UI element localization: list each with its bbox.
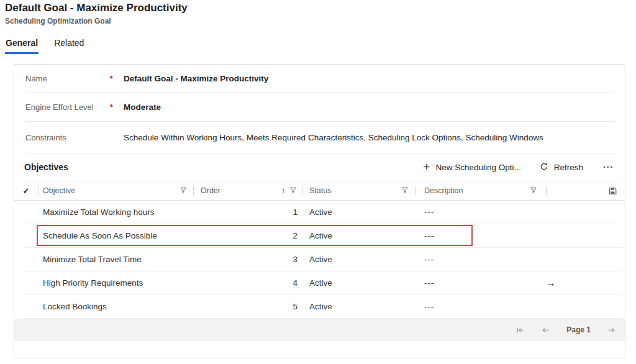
- order-cell: 1: [193, 201, 302, 224]
- column-header-description[interactable]: Description: [416, 181, 546, 200]
- page-title: Default Goal - Maximize Productivity: [5, 2, 188, 14]
- refresh-icon: [540, 162, 548, 173]
- open-record-arrow-icon[interactable]: →: [546, 278, 556, 289]
- sort-ascending-icon: ↑: [281, 186, 285, 195]
- column-divider: [38, 186, 39, 196]
- row-select-cell[interactable]: [14, 201, 38, 224]
- objectives-section-title: Objectives: [24, 162, 68, 172]
- column-header-objective[interactable]: Objective: [38, 181, 193, 200]
- objective-cell: Minimize Total Travel Time: [38, 248, 193, 271]
- row-actions-cell: [546, 224, 557, 247]
- objective-cell: Maximize Total Working hours: [38, 201, 193, 224]
- page-number-label: Page 1: [566, 325, 591, 334]
- name-label: Name: [25, 74, 110, 83]
- column-label: Description: [424, 186, 463, 195]
- field-row-name: Name * Default Goal - Maximize Productiv…: [14, 65, 625, 93]
- checkmark-icon: ✓: [23, 186, 30, 196]
- row-select-cell[interactable]: [14, 224, 38, 247]
- objective-cell: Locked Bookings: [38, 295, 193, 318]
- row-actions-cell: [546, 201, 557, 224]
- table-row[interactable]: Maximize Total Working hours 1 Active --…: [14, 201, 625, 224]
- objectives-section-header: Objectives + New Scheduling Opti... Refr…: [14, 153, 625, 181]
- next-page-button[interactable]: [607, 325, 616, 335]
- add-icon: +: [423, 163, 430, 171]
- new-button-label: New Scheduling Opti...: [435, 163, 520, 172]
- engine-effort-label: Engine Effort Level: [25, 102, 110, 112]
- more-commands-button[interactable]: ···: [602, 162, 615, 172]
- table-row[interactable]: High Priority Requirements 4 Active --- …: [14, 271, 625, 294]
- description-cell: ---: [416, 248, 546, 271]
- objective-cell: Schedule As Soon As Possible: [38, 224, 193, 247]
- table-row[interactable]: Locked Bookings 5 Active ---: [14, 295, 625, 318]
- select-all-column[interactable]: ✓: [14, 181, 38, 200]
- order-cell: 2: [193, 224, 302, 247]
- description-cell: ---: [416, 201, 546, 224]
- refresh-button[interactable]: Refresh: [540, 162, 583, 173]
- row-select-cell[interactable]: [14, 248, 38, 271]
- grid-footer: Page 1: [14, 319, 625, 341]
- column-label: Objective: [43, 186, 75, 195]
- tab-related[interactable]: Related: [53, 38, 84, 54]
- order-cell: 3: [193, 248, 302, 271]
- new-scheduling-objective-button[interactable]: + New Scheduling Opti...: [423, 163, 520, 172]
- column-header-status[interactable]: Status: [302, 181, 416, 200]
- refresh-button-label: Refresh: [554, 163, 583, 172]
- constraints-label: Constraints: [25, 133, 110, 142]
- order-cell: 4: [193, 271, 302, 294]
- filter-icon[interactable]: [179, 186, 187, 196]
- engine-effort-value[interactable]: Moderate: [124, 102, 161, 112]
- row-select-cell[interactable]: [14, 295, 38, 318]
- description-cell: ---: [416, 295, 546, 318]
- row-actions-cell: [546, 248, 557, 271]
- objectives-toolbar: + New Scheduling Opti... Refresh ···: [423, 162, 615, 173]
- filter-icon[interactable]: [289, 186, 297, 196]
- column-divider: [302, 186, 302, 196]
- column-header-actions: [546, 181, 625, 200]
- column-divider: [416, 186, 416, 196]
- name-value[interactable]: Default Goal - Maximize Productivity: [124, 74, 268, 83]
- field-row-constraints: Constraints Schedule Within Working Hour…: [14, 122, 625, 153]
- row-actions-cell: [546, 295, 557, 318]
- column-label: Status: [309, 186, 331, 195]
- required-asterisk: *: [110, 75, 124, 83]
- column-divider: [193, 186, 194, 196]
- column-header-order[interactable]: Order ↑: [193, 181, 302, 200]
- previous-page-button[interactable]: [541, 325, 550, 335]
- description-cell: ---: [416, 224, 546, 247]
- first-page-button[interactable]: [516, 325, 525, 335]
- status-cell: Active: [302, 201, 416, 224]
- order-cell: 5: [193, 295, 302, 318]
- row-actions-cell: →: [546, 271, 567, 294]
- filter-icon[interactable]: [530, 186, 537, 196]
- status-cell: Active: [302, 295, 416, 318]
- objectives-grid-header: ✓ Objective Order ↑: [14, 181, 625, 201]
- scheduling-goal-page: Default Goal - Maximize Productivity Sch…: [0, 0, 636, 364]
- description-cell: ---: [416, 271, 546, 294]
- required-asterisk: *: [110, 103, 124, 112]
- form-card: Name * Default Goal - Maximize Productiv…: [14, 64, 625, 358]
- table-row[interactable]: Schedule As Soon As Possible 2 Active --…: [14, 224, 625, 247]
- pagination: Page 1: [516, 325, 625, 335]
- tab-general[interactable]: General: [5, 38, 39, 54]
- table-row[interactable]: Minimize Total Travel Time 3 Active ---: [14, 248, 625, 271]
- save-layout-icon[interactable]: [609, 187, 617, 195]
- field-row-engine-effort: Engine Effort Level * Moderate: [14, 93, 625, 121]
- row-select-cell[interactable]: [14, 271, 38, 294]
- objective-cell: High Priority Requirements: [38, 271, 193, 294]
- constraints-value[interactable]: Schedule Within Working Hours, Meets Req…: [124, 133, 543, 142]
- column-divider: [546, 186, 547, 196]
- status-cell: Active: [302, 271, 416, 294]
- status-cell: Active: [302, 224, 416, 247]
- status-cell: Active: [302, 248, 416, 271]
- form-tabs: General Related: [5, 38, 84, 54]
- page-subtitle: Scheduling Optimization Goal: [5, 17, 111, 25]
- column-label: Order: [201, 186, 220, 195]
- filter-icon[interactable]: [401, 186, 409, 196]
